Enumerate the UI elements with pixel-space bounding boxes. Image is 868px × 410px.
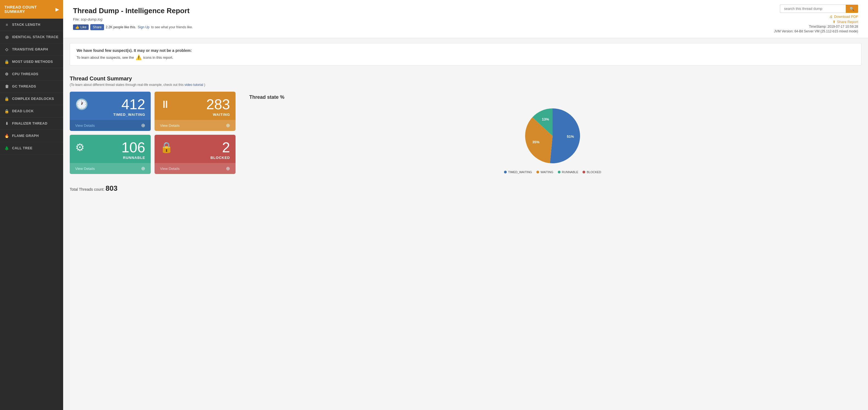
legend-timed-waiting: TIMED_WAITING <box>504 170 532 174</box>
facebook-like-button[interactable]: 👍 Like <box>73 24 89 30</box>
legend-waiting: WAITING <box>536 170 553 174</box>
sidebar-label-most-used-methods: MOST USED METHODS <box>12 60 53 64</box>
thread-count-section: Thread Count Summary (To learn about dif… <box>63 70 868 181</box>
legend-label-BLOCKED: BLOCKED <box>587 170 601 174</box>
jvm-value: 64-Bit Server VM (25.112-b15 mixed mode) <box>795 29 858 33</box>
sidebar-icon-identical-stack-trace: ◎ <box>4 35 9 39</box>
card-label-runnable: RUNNABLE <box>75 156 145 160</box>
sidebar-item-call-tree[interactable]: 🌲 CALL TREE <box>0 142 63 155</box>
jvm-label: JVM Version: <box>774 29 794 33</box>
sidebar-item-transitive-graph[interactable]: ◇ TRANSITIVE GRAPH <box>0 43 63 56</box>
sidebar-header[interactable]: THREAD COUNT SUMMARY ▶ <box>0 0 63 19</box>
sidebar-icon-finalizer-thread: ⬇ <box>4 121 9 126</box>
file-label: File: <box>73 17 80 22</box>
sidebar-item-finalizer-thread[interactable]: ⬇ FINALIZER THREAD <box>0 118 63 130</box>
sidebar-icon-flame-graph: 🔥 <box>4 134 9 138</box>
sidebar-item-dead-lock[interactable]: 🔒 DEAD LOCK <box>0 105 63 118</box>
action-links: 🖨 Download PDF ⬆ Share Report <box>829 14 858 24</box>
pie-label-timed-waiting: 51% <box>567 134 574 138</box>
file-name: sop-dump.log <box>81 17 102 22</box>
download-pdf-link[interactable]: 🖨 Download PDF <box>829 14 858 19</box>
total-threads: Total Threads count: 803 <box>63 181 868 199</box>
card-arrow-waiting: ⊕ <box>226 122 230 128</box>
legend-blocked: BLOCKED <box>583 170 601 174</box>
cards-and-chart: 🕐 412 TIMED_WAITING View Details ⊕ ⏸ 283… <box>70 92 861 177</box>
card-arrow-blocked: ⊕ <box>226 165 230 171</box>
sidebar-label-cpu-threads: CPU THREADS <box>12 72 38 76</box>
sidebar-label-finalizer-thread: FINALIZER THREAD <box>12 122 48 125</box>
card-top-blocked: 🔒 2 <box>160 140 230 155</box>
signup-link[interactable]: Sign Up <box>138 25 150 29</box>
card-icon-runnable: ⚙ <box>75 141 85 153</box>
card-number-runnable: 106 <box>121 140 145 155</box>
legend-label-RUNNABLE: RUNNABLE <box>562 170 579 174</box>
alert-section: We have found few suspect(s). It may or … <box>70 43 861 66</box>
card-footer-runnable: View Details ⊕ <box>70 163 151 174</box>
top-actions: 🔍 🖨 Download PDF ⬆ Share Report <box>780 4 858 24</box>
like-label: Like <box>81 25 87 29</box>
view-details-timed-waiting[interactable]: View Details <box>75 124 95 128</box>
sidebar-label-dead-lock: DEAD LOCK <box>12 109 34 113</box>
signup-text: Sign Up <box>138 25 150 29</box>
main-content: Thread Dump - Intelligence Report File: … <box>63 0 868 410</box>
card-arrow-runnable: ⊕ <box>141 165 145 171</box>
sidebar-nav: ≡ STACK LENGTH◎ IDENTICAL STACK TRACE◇ T… <box>0 19 63 155</box>
sidebar-item-flame-graph[interactable]: 🔥 FLAME GRAPH <box>0 130 63 142</box>
card-label-blocked: BLOCKED <box>160 156 230 160</box>
sidebar-item-cpu-threads[interactable]: ⚙ CPU THREADS <box>0 68 63 81</box>
sidebar-icon-most-used-methods: 🔒 <box>4 60 9 64</box>
pie-chart: 51%35%13% <box>522 106 583 166</box>
sidebar-label-transitive-graph: TRANSITIVE GRAPH <box>12 48 48 51</box>
sidebar-item-complex-deadlocks[interactable]: 🔒 COMPLEX DEADLOCKS <box>0 93 63 105</box>
sidebar-icon-dead-lock: 🔒 <box>4 109 9 113</box>
sidebar-item-stack-length[interactable]: ≡ STACK LENGTH <box>0 19 63 31</box>
thread-count-summary-label: THREAD COUNT SUMMARY <box>4 5 53 14</box>
share-report-label: Share Report <box>837 20 858 24</box>
thread-count-title: Thread Count Summary <box>70 75 861 82</box>
social-bar: 👍 Like Share 2.2K people like this. Sign… <box>73 24 858 30</box>
timestamp-value: 2019-07-17 10:59:28 <box>828 25 858 29</box>
sidebar: THREAD COUNT SUMMARY ▶ ≡ STACK LENGTH◎ I… <box>0 0 63 410</box>
view-details-blocked[interactable]: View Details <box>160 166 180 171</box>
search-row: 🔍 <box>780 4 858 13</box>
alert-body-prefix: To learn about the suspects, see the <box>76 56 134 60</box>
search-input[interactable] <box>780 4 846 13</box>
card-icon-blocked: 🔒 <box>160 141 173 153</box>
card-top-waiting: ⏸ 283 <box>160 97 230 112</box>
chart-title: Thread state % <box>249 94 284 100</box>
card-top-timed-waiting: 🕐 412 <box>75 97 145 112</box>
view-details-runnable[interactable]: View Details <box>75 166 95 171</box>
timestamp-label: TimeStamp: <box>809 25 827 29</box>
legend-dot-WAITING <box>536 171 539 174</box>
video-tutorial-link[interactable]: video tutorial <box>184 83 204 87</box>
card-top-runnable: ⚙ 106 <box>75 140 145 155</box>
sidebar-label-stack-length: STACK LENGTH <box>12 23 40 27</box>
download-pdf-label: Download PDF <box>834 14 858 19</box>
alert-headline: We have found few suspect(s). It may or … <box>76 48 855 53</box>
sidebar-icon-call-tree: 🌲 <box>4 146 9 150</box>
jvm-line: JVM Version: 64-Bit Server VM (25.112-b1… <box>774 29 858 33</box>
legend-dot-RUNNABLE <box>558 171 561 174</box>
sidebar-label-gc-threads: GC THREADS <box>12 85 36 88</box>
sidebar-item-gc-threads[interactable]: 🗑 GC THREADS <box>0 81 63 93</box>
sidebar-label-complex-deadlocks: COMPLEX DEADLOCKS <box>12 97 54 101</box>
card-number-blocked: 2 <box>222 140 230 155</box>
view-details-waiting[interactable]: View Details <box>160 124 180 128</box>
warning-icon: ⚠️ <box>135 54 142 60</box>
legend-label-TIMED_WAITING: TIMED_WAITING <box>508 170 532 174</box>
alert-body: To learn about the suspects, see the ⚠️ … <box>76 54 855 60</box>
legend-label-WAITING: WAITING <box>540 170 553 174</box>
page-title: Thread Dump - Intelligence Report <box>73 7 858 15</box>
search-button[interactable]: 🔍 <box>846 5 858 13</box>
sidebar-label-identical-stack-trace: IDENTICAL STACK TRACE <box>12 35 59 39</box>
timestamps: TimeStamp: 2019-07-17 10:59:28 JVM Versi… <box>774 25 858 34</box>
facebook-share-button[interactable]: Share <box>90 24 104 30</box>
card-icon-waiting: ⏸ <box>160 98 170 110</box>
share-report-link[interactable]: ⬆ Share Report <box>833 20 858 24</box>
card-number-timed-waiting: 412 <box>121 97 145 112</box>
sidebar-icon-stack-length: ≡ <box>4 23 9 27</box>
like-count: 2.2K people like this. <box>106 25 136 29</box>
sidebar-item-most-used-methods[interactable]: 🔒 MOST USED METHODS <box>0 56 63 68</box>
sidebar-item-identical-stack-trace[interactable]: ◎ IDENTICAL STACK TRACE <box>0 31 63 43</box>
thread-count-subtitle: (To learn about different thread states … <box>70 83 861 87</box>
